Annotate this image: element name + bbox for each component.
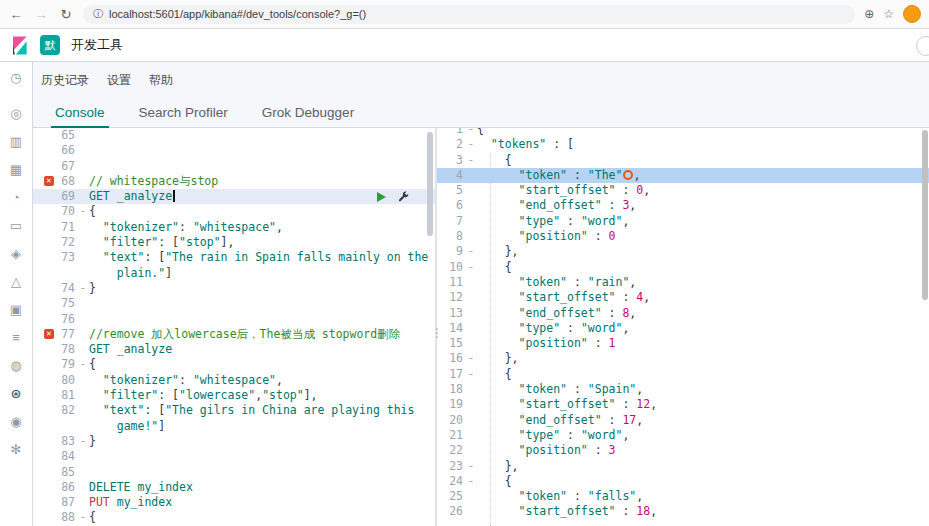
- editor-line[interactable]: game!"]: [33, 419, 435, 434]
- editor-line[interactable]: 88-{: [33, 510, 435, 525]
- canvas-icon[interactable]: ▭: [7, 217, 25, 234]
- response-line[interactable]: 19 "start_offset" : 12,: [437, 397, 929, 412]
- header-avatar[interactable]: [916, 36, 929, 56]
- editor-line[interactable]: 72 "filter": ["stop"],: [33, 235, 435, 250]
- timelion-icon[interactable]: ◔: [7, 189, 25, 206]
- response-line[interactable]: 17- {: [437, 367, 929, 382]
- response-pane[interactable]: 1-{2- "tokens" : [3- {4 "token" : "The",…: [437, 128, 929, 526]
- fold-toggle[interactable]: -: [465, 260, 477, 275]
- fold-toggle[interactable]: -: [77, 281, 89, 296]
- fold-toggle[interactable]: -: [465, 474, 477, 489]
- settings-button[interactable]: 设置: [107, 72, 131, 89]
- response-line[interactable]: 9- },: [437, 244, 929, 259]
- tab-console[interactable]: Console: [51, 98, 109, 128]
- help-button[interactable]: 帮助: [149, 72, 173, 89]
- site-info-icon[interactable]: ⓘ: [93, 7, 103, 21]
- editor-line[interactable]: 86DELETE my_index: [33, 480, 435, 495]
- response-line[interactable]: 2- "tokens" : [: [437, 137, 929, 152]
- response-line[interactable]: 12 "start_offset" : 4,: [437, 290, 929, 305]
- response-scrollbar[interactable]: [922, 130, 928, 300]
- editor-line[interactable]: 66: [33, 143, 435, 158]
- response-line[interactable]: 13 "end_offset" : 8,: [437, 306, 929, 321]
- response-line[interactable]: 1-{: [437, 128, 929, 137]
- response-line[interactable]: 21 "type" : "word",: [437, 428, 929, 443]
- editor-line[interactable]: 84: [33, 449, 435, 464]
- editor-line[interactable]: 80 "tokenizer": "whitespace",: [33, 373, 435, 388]
- response-line[interactable]: 14 "type" : "word",: [437, 321, 929, 336]
- bookmark-star-icon[interactable]: ☆: [883, 7, 894, 21]
- fold-toggle[interactable]: -: [465, 244, 477, 259]
- send-request-button[interactable]: [377, 192, 386, 202]
- editor-scrollbar[interactable]: [427, 132, 433, 236]
- response-line[interactable]: 11 "token" : "rain",: [437, 275, 929, 290]
- fold-toggle[interactable]: -: [77, 434, 89, 449]
- editor-line[interactable]: 70-{: [33, 204, 435, 219]
- fold-toggle[interactable]: -: [465, 351, 477, 366]
- response-line[interactable]: 3- {: [437, 153, 929, 168]
- tab-grok-debugger[interactable]: Grok Debugger: [258, 98, 358, 128]
- response-line[interactable]: 7 "type" : "word",: [437, 214, 929, 229]
- response-line[interactable]: 22 "position" : 3: [437, 443, 929, 458]
- visualize-icon[interactable]: ▥: [7, 133, 25, 150]
- reload-icon[interactable]: ↻: [58, 7, 74, 22]
- response-line[interactable]: 23- },: [437, 459, 929, 474]
- editor-line[interactable]: 79-{: [33, 357, 435, 372]
- response-line[interactable]: 25 "token" : "falls",: [437, 489, 929, 504]
- dev-tools-icon[interactable]: ⊛: [7, 385, 25, 402]
- response-line[interactable]: 4 "token" : "The",: [437, 168, 929, 183]
- space-switcher[interactable]: 默: [40, 35, 60, 55]
- recently-viewed-icon[interactable]: ◷: [7, 69, 25, 86]
- editor-line[interactable]: 85: [33, 465, 435, 480]
- wrench-icon[interactable]: [397, 191, 409, 203]
- editor-line[interactable]: 76: [33, 312, 435, 327]
- response-line[interactable]: 15 "position" : 1: [437, 336, 929, 351]
- maps-icon[interactable]: ◈: [7, 245, 25, 262]
- fold-toggle[interactable]: -: [465, 128, 477, 137]
- response-line[interactable]: 18 "token" : "Spain",: [437, 382, 929, 397]
- editor-line[interactable]: 73 "text": ["The rain in Spain falls mai…: [33, 250, 435, 265]
- fold-toggle[interactable]: -: [465, 153, 477, 168]
- editor-line[interactable]: 78GET _analyze: [33, 342, 435, 357]
- apm-icon[interactable]: ◍: [7, 357, 25, 374]
- discover-icon[interactable]: ◎: [7, 105, 25, 122]
- editor-line[interactable]: 83-}: [33, 434, 435, 449]
- forward-icon[interactable]: →: [33, 7, 49, 22]
- response-line[interactable]: 24- {: [437, 474, 929, 489]
- fold-toggle[interactable]: -: [77, 204, 89, 219]
- infrastructure-icon[interactable]: ▣: [7, 301, 25, 318]
- editor-line[interactable]: 87PUT my_index: [33, 495, 435, 510]
- logs-icon[interactable]: ≡: [7, 329, 25, 346]
- dashboard-icon[interactable]: ▦: [7, 161, 25, 178]
- fold-toggle[interactable]: -: [77, 357, 89, 372]
- fold-toggle[interactable]: -: [465, 459, 477, 474]
- editor-line[interactable]: 77//remove 加入lowercase后，The被当成 stopword删…: [33, 327, 435, 342]
- response-line[interactable]: 20 "end_offset" : 17,: [437, 413, 929, 428]
- editor-line[interactable]: 67: [33, 159, 435, 174]
- response-line[interactable]: 16- },: [437, 351, 929, 366]
- monitoring-icon[interactable]: ◉: [7, 413, 25, 430]
- zoom-icon[interactable]: ⊕: [864, 7, 874, 21]
- profile-avatar[interactable]: [903, 5, 921, 23]
- editor-line[interactable]: 75: [33, 296, 435, 311]
- response-line[interactable]: 26 "start_offset" : 18,: [437, 504, 929, 519]
- history-button[interactable]: 历史记录: [41, 72, 89, 89]
- response-line[interactable]: 8 "position" : 0: [437, 229, 929, 244]
- back-icon[interactable]: ←: [8, 7, 24, 22]
- editor-line[interactable]: 65: [33, 128, 435, 143]
- editor-line[interactable]: 81 "filter": ["lowercase","stop"],: [33, 388, 435, 403]
- fold-toggle[interactable]: -: [465, 137, 477, 152]
- fold-toggle[interactable]: -: [77, 510, 89, 525]
- response-line[interactable]: 6 "end_offset" : 3,: [437, 198, 929, 213]
- response-line[interactable]: 5 "start_offset" : 0,: [437, 183, 929, 198]
- editor-line[interactable]: 68// whitespace与stop✕: [33, 174, 435, 189]
- editor-line[interactable]: 69GET _analyze: [33, 189, 435, 204]
- address-bar[interactable]: ⓘ localhost:5601/app/kibana#/dev_tools/c…: [83, 5, 855, 24]
- editor-line[interactable]: plain."]: [33, 266, 435, 281]
- editor-line[interactable]: 82 "text": ["The gilrs in China are play…: [33, 403, 435, 418]
- editor-pane[interactable]: 65666768// whitespace与stop✕69GET _analyz…: [33, 128, 435, 526]
- management-icon[interactable]: ✻: [7, 441, 25, 458]
- editor-line[interactable]: 74-}: [33, 281, 435, 296]
- machine-learning-icon[interactable]: △: [7, 273, 25, 290]
- response-line[interactable]: 10- {: [437, 260, 929, 275]
- editor-line[interactable]: 71 "tokenizer": "whitespace",: [33, 220, 435, 235]
